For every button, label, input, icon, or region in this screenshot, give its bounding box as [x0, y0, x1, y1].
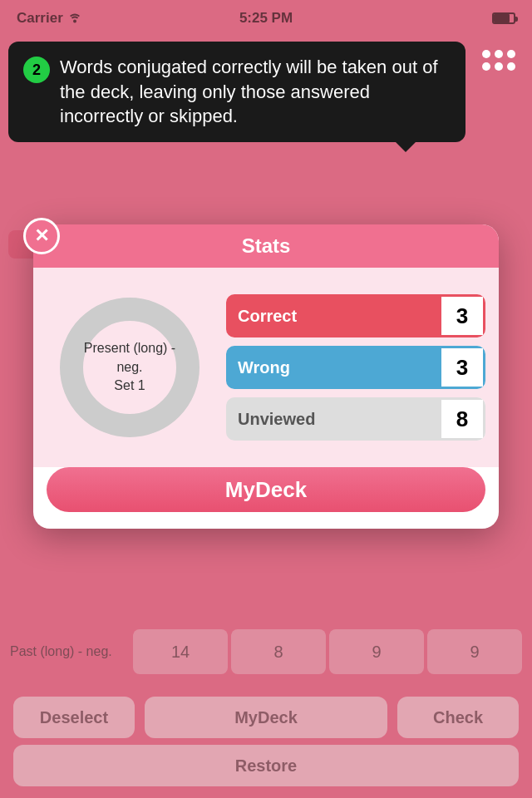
- stat-row-wrong: Wrong 3: [226, 346, 485, 389]
- tooltip: 2 Words conjugated correctly will be tak…: [8, 42, 466, 142]
- wrong-value: 3: [439, 346, 485, 389]
- tooltip-arrow: [396, 142, 416, 152]
- stats-body: Present (long) -neg.Set 1 Correct 3 Wron…: [33, 268, 499, 467]
- unviewed-value: 8: [439, 397, 485, 441]
- close-button[interactable]: ✕: [23, 218, 60, 254]
- correct-value: 3: [439, 294, 485, 337]
- stat-row-unviewed: Unviewed 8: [226, 397, 485, 441]
- menu-grid[interactable]: [474, 42, 524, 79]
- menu-dot-2: [495, 50, 503, 58]
- wrong-label: Wrong: [226, 346, 439, 389]
- modal-mydeck-label: MyDeck: [225, 477, 307, 503]
- menu-dot-6: [507, 62, 515, 71]
- unviewed-label: Unviewed: [226, 397, 439, 441]
- close-icon: ✕: [34, 227, 49, 245]
- tooltip-text: Words conjugated correctly will be taken…: [60, 55, 451, 129]
- correct-label: Correct: [226, 294, 439, 337]
- menu-dot-1: [482, 50, 490, 58]
- stats-right: Correct 3 Wrong 3 Unviewed 8: [226, 294, 485, 441]
- menu-dot-3: [507, 50, 515, 58]
- donut-chart: Present (long) -neg.Set 1: [47, 284, 213, 451]
- menu-dot-5: [495, 62, 503, 71]
- stats-header: Stats: [33, 224, 499, 268]
- donut-label: Present (long) -neg.Set 1: [84, 339, 175, 395]
- tooltip-badge: 2: [23, 57, 50, 83]
- stat-row-correct: Correct 3: [226, 294, 485, 337]
- stats-modal: Stats Present (long) -neg.Set 1 Correct …: [33, 224, 499, 529]
- menu-dot-4: [482, 62, 490, 71]
- modal-mydeck-button[interactable]: MyDeck: [47, 467, 485, 512]
- stats-title: Stats: [242, 234, 291, 258]
